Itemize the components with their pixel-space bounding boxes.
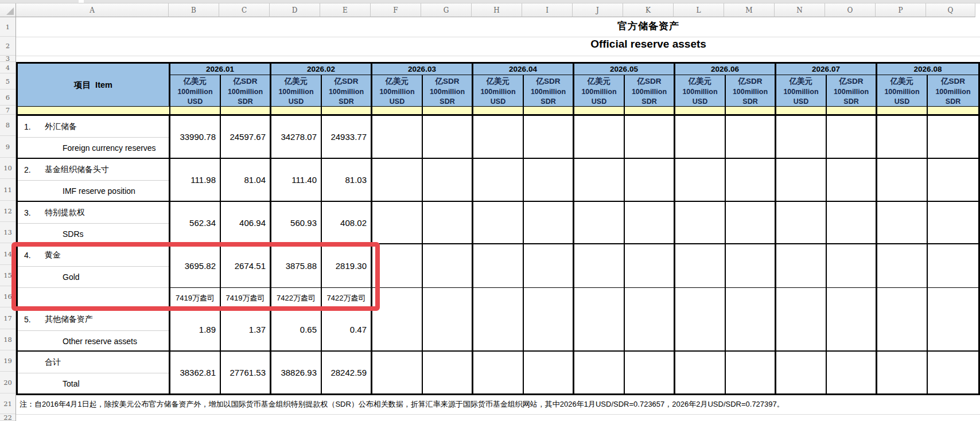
empty-cell[interactable] [776, 244, 827, 287]
empty-cell[interactable] [675, 287, 726, 309]
empty-cell[interactable] [877, 202, 928, 244]
column-header-e[interactable]: E [320, 3, 371, 17]
empty-cell[interactable] [524, 352, 574, 393]
empty-cell[interactable] [928, 244, 978, 287]
band-cell[interactable] [726, 107, 776, 116]
item-cell-sdrs[interactable]: 3.特别提款权 SDRs [18, 202, 170, 244]
item-cell-other-reserve-assets[interactable]: 5.其他储备资产 Other reserve assets [18, 309, 170, 352]
item-cell-total[interactable]: 合计 Total [18, 352, 170, 393]
value-cell[interactable]: 562.34 [170, 202, 221, 244]
empty-cell[interactable] [726, 352, 776, 393]
empty-cell[interactable] [625, 159, 675, 202]
value-cell[interactable]: 81.03 [322, 159, 372, 202]
empty-cell[interactable] [574, 244, 625, 287]
empty-cell[interactable] [372, 309, 423, 352]
empty-cell[interactable] [524, 287, 574, 309]
empty-cell[interactable] [776, 309, 827, 352]
row-header-12[interactable]: 12 [0, 201, 15, 222]
empty-cell[interactable] [372, 159, 423, 202]
band-cell[interactable] [877, 107, 928, 116]
row-header-2[interactable]: 2 [0, 37, 15, 56]
column-header-c[interactable]: C [219, 3, 270, 17]
row-header-9[interactable]: 9 [0, 136, 15, 158]
empty-cell[interactable] [423, 244, 473, 287]
empty-cell[interactable] [928, 159, 978, 202]
empty-cell[interactable] [877, 287, 928, 309]
empty-cell[interactable] [928, 287, 978, 309]
row-header-22[interactable]: 22 [0, 414, 15, 421]
row-header-11[interactable]: 11 [0, 179, 15, 201]
empty-cell[interactable] [827, 159, 877, 202]
value-cell-total[interactable]: 38362.81 [170, 352, 221, 393]
column-header-i[interactable]: I [522, 3, 573, 17]
band-cell[interactable] [574, 107, 625, 116]
row-header-8[interactable]: 8 [0, 115, 15, 136]
row-header-14[interactable]: 14 [0, 243, 15, 265]
header-item[interactable]: 项目 Item [18, 64, 170, 107]
empty-cell[interactable] [574, 202, 625, 244]
value-cell-gold[interactable]: 3875.88 [271, 244, 322, 287]
header-unit-usd[interactable]: 亿美元100millionUSD [675, 75, 726, 107]
empty-cell[interactable] [574, 287, 625, 309]
empty-cell[interactable] [372, 116, 423, 159]
empty-cell[interactable] [877, 116, 928, 159]
header-unit-sdr[interactable]: 亿SDR100millionSDR [625, 75, 675, 107]
row-header-10[interactable]: 10 [0, 158, 15, 179]
empty-cell[interactable] [928, 116, 978, 159]
empty-cell[interactable] [423, 159, 473, 202]
empty-cell[interactable] [675, 202, 726, 244]
column-header-g[interactable]: G [421, 3, 472, 17]
row-header-4[interactable]: 4 [0, 62, 15, 73]
column-header-b[interactable]: B [169, 3, 219, 17]
empty-cell[interactable] [473, 352, 524, 393]
empty-cell[interactable] [675, 309, 726, 352]
header-month[interactable]: 2026.06 [675, 64, 776, 75]
empty-cell[interactable] [726, 244, 776, 287]
value-cell[interactable]: 0.47 [322, 309, 372, 352]
band-cell[interactable] [423, 107, 473, 116]
empty-cell[interactable] [423, 352, 473, 393]
value-cell-total[interactable]: 38826.93 [271, 352, 322, 393]
empty-cell[interactable] [827, 352, 877, 393]
empty-cell[interactable] [726, 309, 776, 352]
value-cell[interactable]: 33990.78 [170, 116, 221, 159]
column-header-d[interactable]: D [270, 3, 320, 17]
column-header-k[interactable]: K [623, 3, 674, 17]
value-cell[interactable]: 24597.67 [221, 116, 271, 159]
empty-cell[interactable] [524, 202, 574, 244]
empty-cell[interactable] [726, 202, 776, 244]
row-header-16[interactable]: 16 [0, 286, 15, 307]
value-cell[interactable]: 111.40 [271, 159, 322, 202]
value-cell[interactable]: 408.02 [322, 202, 372, 244]
select-all-corner[interactable] [0, 3, 16, 17]
column-header-h[interactable]: H [472, 3, 522, 17]
band-cell[interactable] [372, 107, 423, 116]
header-month[interactable]: 2026.03 [372, 64, 473, 75]
column-header-o[interactable]: O [825, 3, 876, 17]
header-unit-usd[interactable]: 亿美元100millionUSD [574, 75, 625, 107]
empty-cell[interactable] [473, 287, 524, 309]
column-header-j[interactable]: J [573, 3, 623, 17]
empty-cell[interactable] [675, 116, 726, 159]
empty-cell[interactable] [776, 287, 827, 309]
value-cell[interactable]: 34278.07 [271, 116, 322, 159]
value-cell[interactable]: 24933.77 [322, 116, 372, 159]
header-unit-usd[interactable]: 亿美元100millionUSD [170, 75, 221, 107]
row-header-13[interactable]: 13 [0, 222, 15, 243]
value-cell-gold-ounces[interactable]: 7419万盎司 [170, 287, 221, 309]
item-cell-gold[interactable]: 4.黄金 Gold [18, 244, 170, 309]
value-cell-gold-ounces[interactable]: 7422万盎司 [322, 287, 372, 309]
row-header-20[interactable]: 20 [0, 372, 15, 393]
header-month[interactable]: 2026.01 [170, 64, 271, 75]
header-unit-usd[interactable]: 亿美元100millionUSD [877, 75, 928, 107]
column-header-m[interactable]: M [724, 3, 775, 17]
empty-cell[interactable] [877, 352, 928, 393]
band-cell[interactable] [221, 107, 271, 116]
empty-cell[interactable] [827, 287, 877, 309]
column-header-q[interactable]: Q [926, 3, 975, 17]
header-unit-sdr[interactable]: 亿SDR100millionSDR [524, 75, 574, 107]
empty-cell[interactable] [877, 159, 928, 202]
empty-cell[interactable] [524, 309, 574, 352]
empty-cell[interactable] [423, 116, 473, 159]
band-cell[interactable] [928, 107, 978, 116]
